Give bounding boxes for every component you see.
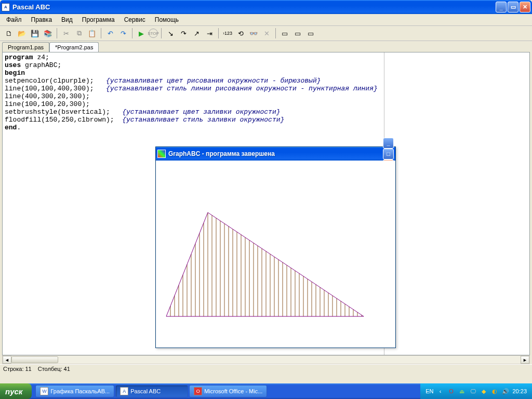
opera-icon: O — [194, 387, 202, 395]
system-tray: EN ‹ O ⏏ 🖵 ◆ ◐ 🔊 20:23 — [420, 383, 532, 399]
run-to-cursor-icon[interactable]: ⇥ — [204, 28, 215, 39]
start-button[interactable]: пуск — [0, 383, 32, 399]
graph-window[interactable]: GraphABC - программа завершена _ □ ✕ — [155, 147, 396, 348]
code-text: setbrushstyle(bsvertical); — [5, 108, 122, 116]
statusbar: Строка: 11 Столбец: 41 — [0, 364, 532, 374]
status-line: Строка: 11 — [3, 366, 32, 373]
save-icon[interactable]: 💾 — [29, 28, 41, 39]
taskbar-item-office[interactable]: O Microsoft Office - Mic... — [189, 385, 267, 397]
taskbar-label: Графика ПаскальАВ... — [50, 388, 110, 394]
code-text: line(100,100,400,300); — [5, 85, 106, 92]
window-icon-1[interactable]: ▭ — [279, 28, 290, 39]
menubar: Файл Правка Вид Программа Сервис Помощь — [0, 14, 532, 26]
watch-icon[interactable]: ›123 — [222, 28, 233, 39]
graph-app-icon — [157, 150, 166, 158]
taskbar-label: Microsoft Office - Mic... — [204, 388, 262, 394]
svg-marker-48 — [166, 212, 364, 316]
tabbar: Program1.pas *Program2.pas — [0, 41, 532, 52]
menu-program[interactable]: Программа — [78, 15, 119, 25]
separator — [218, 28, 219, 38]
copy-icon[interactable]: ⧉ — [73, 28, 85, 39]
main-titlebar: A Pascal ABC _ ▭ ✕ — [0, 0, 532, 14]
taskbar: пуск W Графика ПаскальАВ... A Pascal ABC… — [0, 383, 532, 399]
triangle-drawing — [156, 161, 395, 348]
tray-opera-icon[interactable]: O — [447, 387, 455, 395]
status-col: Столбец: 41 — [38, 366, 70, 373]
open-file-icon[interactable]: 📂 — [16, 28, 28, 39]
menu-service[interactable]: Сервис — [120, 15, 150, 25]
code-comment: {устанавливает цвет рисования окружности… — [106, 77, 321, 85]
clock[interactable]: 20:23 — [512, 388, 527, 394]
taskbar-item-pascal[interactable]: A Pascal ABC — [115, 385, 188, 397]
find-icon[interactable]: 👓 — [248, 28, 259, 39]
tray-sync-icon[interactable]: ◐ — [490, 387, 499, 395]
tray-monitor-icon[interactable]: 🖵 — [469, 387, 477, 395]
close-button[interactable]: ✕ — [520, 2, 530, 12]
graph-maximize-button[interactable]: □ — [383, 149, 394, 159]
code-text: floodfill(150,250,clbrown); — [5, 116, 122, 124]
word-icon: W — [40, 387, 48, 395]
horizontal-scrollbar[interactable]: ◄ ► — [2, 355, 530, 364]
graph-canvas — [156, 161, 395, 348]
separator — [275, 28, 276, 38]
window-title: Pascal ABC — [12, 3, 496, 11]
separator — [132, 28, 132, 38]
tab-program2[interactable]: *Program2.pas — [49, 42, 99, 52]
code-keyword: end — [5, 124, 17, 131]
window-icon-3[interactable]: ▭ — [305, 28, 316, 39]
step-out-icon[interactable]: ↗ — [191, 28, 202, 39]
graph-window-title: GraphABC - программа завершена — [168, 150, 383, 157]
scroll-left-icon[interactable]: ◄ — [3, 356, 11, 364]
graph-minimize-button[interactable]: _ — [383, 138, 394, 149]
code-text: z4; — [33, 54, 49, 61]
new-file-icon[interactable]: 🗋 — [3, 28, 15, 39]
tab-program1[interactable]: Program1.pas — [2, 42, 49, 52]
tray-volume-icon[interactable]: 🔊 — [501, 387, 510, 395]
redo-icon[interactable]: ↷ — [117, 28, 129, 39]
tray-usb-icon[interactable]: ⏏ — [458, 387, 466, 395]
start-label: пуск — [5, 387, 22, 396]
scroll-thumb[interactable] — [11, 356, 58, 363]
code-text: line(100,100,20,300); — [5, 100, 90, 108]
taskbar-label: Pascal ABC — [130, 388, 161, 394]
toolbar: 🗋 📂 💾 📚 ✂ ⧉ 📋 ↶ ↷ ▶ STOP ↘ ↷ ↗ ⇥ ›123 ⟲ … — [0, 26, 532, 41]
editor-right-pane — [384, 52, 529, 355]
app-icon: A — [2, 3, 10, 11]
code-keyword: program — [5, 54, 33, 61]
minimize-button[interactable]: _ — [496, 2, 507, 12]
paste-icon[interactable]: 📋 — [86, 28, 98, 39]
taskbar-item-word[interactable]: W Графика ПаскальАВ... — [35, 385, 114, 397]
menu-file[interactable]: Файл — [2, 15, 26, 25]
code-comment: {устанавливает стиль заливки окружности} — [122, 116, 284, 124]
code-text: setpencolor(clpurple); — [5, 77, 106, 85]
stop-icon[interactable]: STOP — [149, 29, 158, 38]
language-indicator[interactable]: EN — [425, 388, 433, 394]
separator — [57, 28, 57, 38]
code-text: . — [17, 124, 21, 131]
code-text: graphABC; — [21, 61, 61, 69]
cut-icon[interactable]: ✂ — [60, 28, 72, 39]
menu-edit[interactable]: Правка — [27, 15, 57, 25]
pascal-icon: A — [120, 387, 128, 395]
window-icon-2[interactable]: ▭ — [292, 28, 303, 39]
delete-icon[interactable]: ✕ — [261, 28, 272, 39]
separator — [101, 28, 101, 38]
run-icon[interactable]: ▶ — [136, 28, 147, 39]
code-comment: {устанавливает стиль линии рисования окр… — [106, 85, 378, 92]
code-comment: {устанавливает цвет заливки окружности} — [122, 108, 280, 116]
step-over-icon[interactable]: ↷ — [178, 28, 189, 39]
tray-shield-icon[interactable]: ◆ — [480, 387, 488, 395]
undo-icon[interactable]: ↶ — [104, 28, 116, 39]
code-keyword: uses — [5, 61, 21, 69]
separator — [161, 28, 162, 38]
restore-button[interactable]: ▭ — [508, 2, 518, 12]
step-into-icon[interactable]: ↘ — [165, 28, 176, 39]
code-keyword: begin — [5, 69, 25, 77]
breakpoint-icon[interactable]: ⟲ — [235, 28, 246, 39]
menu-help[interactable]: Помощь — [151, 15, 183, 25]
graph-titlebar[interactable]: GraphABC - программа завершена _ □ ✕ — [156, 147, 395, 161]
menu-view[interactable]: Вид — [57, 15, 77, 25]
tray-divider-icon[interactable]: ‹ — [436, 387, 444, 395]
save-all-icon[interactable]: 📚 — [42, 28, 54, 39]
scroll-right-icon[interactable]: ► — [521, 356, 529, 364]
